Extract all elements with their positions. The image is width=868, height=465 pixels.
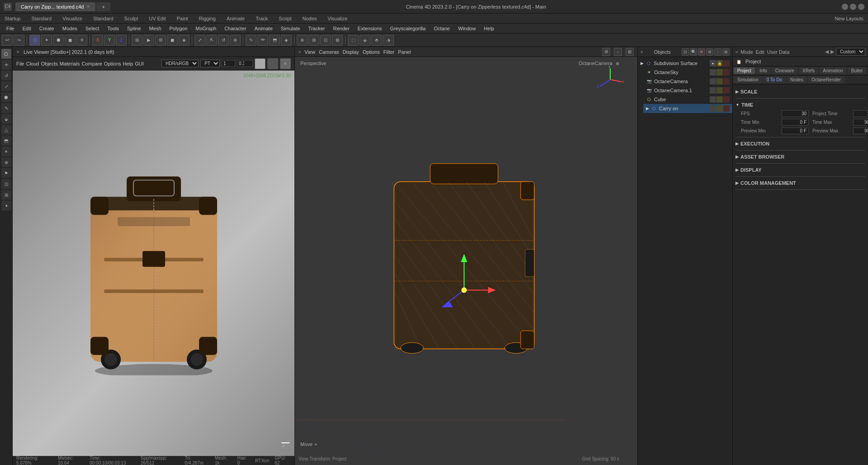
object-mode-btn[interactable]: ⬡ <box>29 35 40 46</box>
section-asset[interactable]: ▶ ASSET BROWSER <box>735 152 865 161</box>
obj-vis-btn-4[interactable] <box>710 96 716 103</box>
lv-menu-materials[interactable]: Materials <box>60 61 80 66</box>
live-viewer-content[interactable]: 2048×2048 ZOOM:0.30 ○ <box>13 70 294 456</box>
redo-button[interactable]: ↪ <box>14 35 24 46</box>
menu-mograph[interactable]: MoGraph <box>192 25 220 32</box>
move-btn[interactable]: ⤢ <box>194 35 205 46</box>
group-btn[interactable]: ⊡ <box>320 35 331 46</box>
timemax-input[interactable] <box>853 119 868 126</box>
scale-btn[interactable]: ⇱ <box>206 35 217 46</box>
menu-simulate[interactable]: Simulate <box>277 25 304 32</box>
obj-octanecamera[interactable]: 📷 OctaneCamera <box>643 77 732 86</box>
obj-lock-btn-4[interactable] <box>716 96 723 103</box>
extrude-btn[interactable]: ⬒ <box>269 35 280 46</box>
transform-btn[interactable]: ⊕ <box>230 35 241 46</box>
tab-simulation[interactable]: Simulation <box>734 76 762 83</box>
vp-menu-panel[interactable]: Panel <box>398 49 411 55</box>
menu-select[interactable]: Select <box>82 25 103 32</box>
maximize-button[interactable]: □ <box>850 4 856 10</box>
move-tool-btn[interactable]: ✛ <box>76 35 87 46</box>
lv-menu-gui[interactable]: GUI <box>135 61 144 66</box>
vp-render-btn[interactable]: ⚙ <box>602 48 610 56</box>
menu-uv[interactable]: UV Edit <box>146 15 168 22</box>
sidebar-paint[interactable]: ✎ <box>1 103 11 113</box>
tab-info[interactable]: Info <box>756 67 771 74</box>
timemin-input[interactable] <box>782 119 809 126</box>
fps-input[interactable] <box>782 110 809 117</box>
tab-octanerender[interactable]: OctaneRender <box>808 76 844 83</box>
menu-script[interactable]: Script <box>276 15 294 22</box>
menu-rigging[interactable]: Rigging <box>196 15 218 22</box>
sidebar-joint[interactable]: ⊕ <box>1 157 11 167</box>
lv-menu-help[interactable]: Help <box>123 61 133 66</box>
lv-black-swatch[interactable] <box>267 58 278 69</box>
sidebar-light[interactable]: ☀ <box>1 146 11 156</box>
lv-menu-objects[interactable]: Objects <box>41 61 57 66</box>
section-execution[interactable]: ▶ EXECUTION <box>735 139 865 148</box>
loop-sel-btn[interactable]: ⬲ <box>257 35 268 46</box>
cloth-btn[interactable]: ⬘ <box>371 35 382 46</box>
menu-octane[interactable]: Octane <box>430 25 453 32</box>
mirror-btn[interactable]: ⊠ <box>332 35 343 46</box>
lv-white-swatch[interactable] <box>255 58 266 69</box>
menu-startup[interactable]: Startup <box>2 15 23 22</box>
tab-animation[interactable]: Animation <box>819 67 846 74</box>
tab-main[interactable]: Carry on Zipp... textured.c4d ✕ <box>15 2 95 11</box>
polys-mode-btn[interactable]: ◼ <box>65 35 76 46</box>
obj-vis-btn-0[interactable]: ● <box>710 60 716 66</box>
x-axis-btn[interactable]: X <box>92 35 103 46</box>
sidebar-rotate-tool[interactable]: ↺ <box>1 70 11 80</box>
vp-camera-expand[interactable]: ⊕ <box>616 61 619 66</box>
menu-window[interactable]: Window <box>455 25 479 32</box>
menu-tracker[interactable]: Tracker <box>305 25 329 32</box>
attr-dropdown[interactable]: Custom <box>836 48 865 56</box>
menu-standard2[interactable]: Standard <box>90 15 116 22</box>
menu-file[interactable]: File <box>3 25 18 32</box>
rp-dots-btn[interactable]: ⋮ <box>714 48 721 56</box>
rp-filter-btn[interactable]: ⊡ <box>682 48 689 56</box>
obj-octanecamera1[interactable]: 📷 OctaneCamera.1 <box>643 86 732 95</box>
lv-brightness-input[interactable] <box>237 60 253 67</box>
menu-nodes[interactable]: Nodes <box>299 15 319 22</box>
rp-menu-icon[interactable]: ≡ <box>640 50 643 54</box>
sidebar-geo[interactable]: △ <box>1 125 11 135</box>
attr-mode-btn[interactable]: Mode <box>740 49 753 55</box>
render-settings-btn[interactable]: ⚙ <box>155 35 166 46</box>
menu-tools[interactable]: Tools <box>104 25 123 32</box>
menu-help[interactable]: Help <box>480 25 498 32</box>
menu-render[interactable]: Render <box>329 25 353 32</box>
sidebar-move-tool[interactable]: ✛ <box>1 60 11 70</box>
lv-menu-file[interactable]: File <box>16 61 24 66</box>
sidebar-object-tool[interactable]: ⬡ <box>1 49 11 59</box>
menu-edit[interactable]: Edit <box>19 25 35 32</box>
section-scale[interactable]: ▶ SCALE <box>735 87 865 96</box>
tab-project[interactable]: Project <box>734 67 755 74</box>
tab-close-icon[interactable]: ✕ <box>86 4 90 9</box>
dynamics-btn[interactable]: ⬗ <box>383 35 394 46</box>
close-button[interactable]: ✕ <box>858 4 864 10</box>
sidebar-snap[interactable]: ⊡ <box>1 179 11 189</box>
attr-fwd-btn[interactable]: ▶ <box>830 49 834 55</box>
points-mode-btn[interactable]: ✦ <box>41 35 52 46</box>
menu-extensions[interactable]: Extensions <box>354 25 386 32</box>
viewport-content[interactable]: Perspective OctaneCamera ⊕ X Y Z <box>295 57 637 465</box>
section-time[interactable]: ▼ TIME <box>735 100 865 109</box>
menu-spline[interactable]: Spline <box>123 25 145 32</box>
render-btn[interactable]: ◼ <box>167 35 178 46</box>
menu-character[interactable]: Character <box>221 25 250 32</box>
sidebar-camera[interactable]: ⬒ <box>1 136 11 146</box>
bevel-btn[interactable]: ◈ <box>281 35 292 46</box>
tab-todo[interactable]: 0 To Do <box>763 76 786 83</box>
menu-sculpt[interactable]: Sculpt <box>122 15 141 22</box>
lv-zoom-input[interactable] <box>222 60 235 67</box>
tab-cineware[interactable]: Cineware <box>772 67 798 74</box>
undo-button[interactable]: ↩ <box>2 35 13 46</box>
obj-lock-btn-0[interactable]: 🔒 <box>716 60 723 66</box>
attr-menu-icon[interactable]: ≡ <box>735 50 738 54</box>
tab-bullet[interactable]: Bullet <box>848 67 866 74</box>
sidebar-deform[interactable]: ⬢ <box>1 92 11 102</box>
smooth-btn[interactable]: ⬙ <box>360 35 370 46</box>
lv-menu-compare[interactable]: Compare <box>81 61 102 66</box>
sidebar-axis[interactable]: ✦ <box>1 201 11 211</box>
obj-lock-btn-2[interactable] <box>716 78 723 85</box>
